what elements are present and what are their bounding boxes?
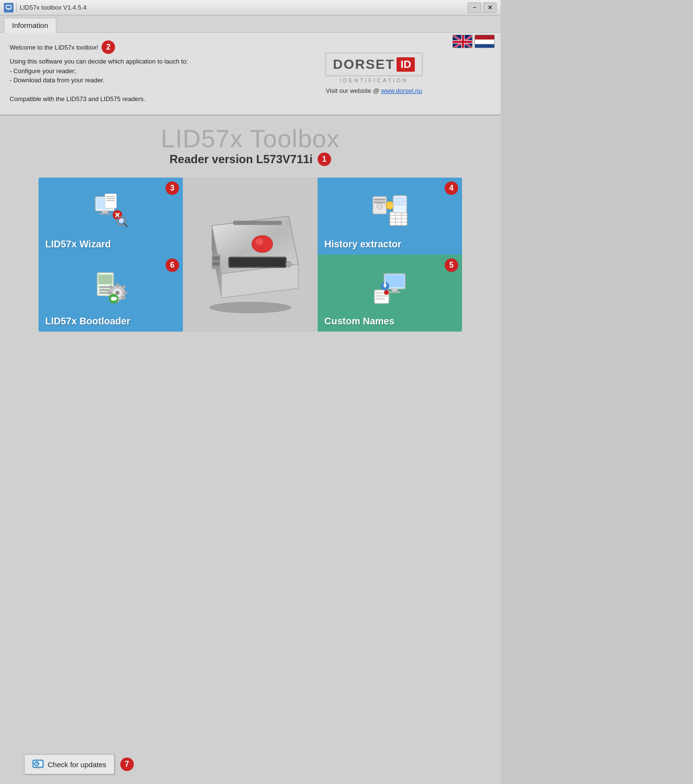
svg-rect-41 [213, 257, 219, 260]
svg-rect-12 [475, 35, 495, 39]
history-icon [371, 192, 409, 230]
nl-flag[interactable] [475, 35, 495, 48]
svg-rect-18 [99, 213, 111, 214]
check-updates-label: Check for updates [48, 760, 106, 769]
svg-rect-85 [375, 297, 385, 299]
tile-bootloader[interactable]: 6 [38, 255, 183, 332]
website-link[interactable]: www.dorset.nu [381, 87, 422, 94]
svg-point-47 [386, 201, 394, 209]
svg-point-68 [116, 291, 119, 295]
nl-flag-svg [475, 35, 495, 48]
svg-rect-19 [105, 193, 116, 208]
main-area: LID57x Toolbox Reader version L573V711i … [0, 116, 500, 784]
info-panel: Information Welcome to the LID57x toolbo… [0, 15, 500, 116]
svg-point-29 [209, 302, 291, 313]
wizard-icon-area [91, 192, 130, 232]
svg-rect-37 [230, 258, 285, 267]
welcome-text-span: Welcome to the LID57x toolbox! [10, 44, 98, 51]
svg-rect-59 [394, 200, 406, 202]
check-updates-button[interactable]: Check for updates [24, 754, 115, 774]
svg-rect-81 [389, 291, 400, 293]
bootloader-icon-area [91, 269, 130, 309]
svg-rect-84 [375, 295, 388, 296]
svg-point-92 [37, 767, 39, 769]
custom-badge: 5 [445, 258, 458, 272]
svg-point-35 [256, 238, 263, 245]
svg-rect-2 [7, 9, 10, 10]
svg-rect-62 [98, 274, 113, 284]
svg-rect-58 [394, 197, 406, 199]
svg-rect-45 [374, 201, 385, 203]
window-title: LID57x toolbox V1.4.5.4 [20, 4, 87, 11]
history-icon-area [371, 192, 409, 232]
dorset-subtitle: IDENTIFICATION [340, 77, 409, 83]
svg-rect-42 [213, 262, 219, 266]
svg-rect-89 [385, 282, 386, 285]
svg-rect-69 [116, 283, 119, 287]
bottom-area: Check for updates 7 [10, 332, 491, 784]
svg-rect-13 [475, 39, 495, 44]
svg-point-39 [286, 261, 292, 267]
uk-flag[interactable] [452, 35, 473, 48]
svg-rect-60 [394, 203, 406, 205]
svg-point-27 [119, 218, 124, 223]
minimize-button[interactable]: − [468, 2, 481, 13]
dorset-brand: DORSET [333, 57, 395, 72]
svg-line-28 [124, 223, 127, 226]
info-right: DORSET ID IDENTIFICATION Visit our websi… [253, 39, 495, 109]
dorset-logo: DORSET ID IDENTIFICATION [325, 52, 424, 83]
svg-point-46 [377, 203, 383, 209]
svg-rect-17 [102, 211, 108, 213]
tile-wizard[interactable]: 3 [38, 178, 183, 255]
svg-rect-71 [108, 291, 112, 294]
uk-flag-svg [453, 35, 473, 48]
reader-badge: 1 [318, 153, 331, 166]
wizard-icon [91, 192, 130, 230]
svg-rect-14 [475, 44, 495, 48]
custom-icon [371, 269, 409, 307]
svg-rect-80 [392, 289, 398, 291]
history-badge: 4 [445, 181, 458, 195]
custom-label: Custom Names [324, 315, 395, 327]
svg-point-34 [252, 235, 273, 253]
svg-rect-38 [233, 221, 282, 225]
reader-device-svg [192, 187, 308, 322]
website-prefix: Visit our website @ [326, 87, 379, 94]
dorset-logo-box: DORSET ID [325, 52, 424, 77]
svg-rect-64 [99, 289, 112, 291]
svg-rect-65 [99, 292, 109, 294]
info-badge: 2 [102, 40, 115, 54]
dorset-id: ID [397, 57, 415, 72]
wizard-badge: 3 [166, 181, 179, 195]
tiles-container: 3 [38, 178, 462, 332]
info-panel-wrapper: Information Welcome to the LID57x toolbo… [0, 15, 500, 116]
custom-icon-area [371, 269, 409, 309]
title-separator [16, 3, 17, 12]
dorset-website: Visit our website @ www.dorset.nu [326, 87, 422, 94]
app-icon [4, 3, 13, 13]
title-bar-left: LID57x toolbox V1.4.5.4 [4, 3, 87, 13]
info-content: Welcome to the LID57x toolbox! 2 Using t… [0, 32, 500, 115]
app-title: LID57x Toolbox [161, 125, 340, 153]
bootloader-badge: 6 [166, 258, 179, 272]
title-bar: LID57x toolbox V1.4.5.4 − ✕ [0, 0, 500, 15]
check-updates-row: Check for updates 7 [24, 754, 134, 774]
wizard-label: LID57x Wizard [45, 238, 111, 250]
check-updates-icon [32, 758, 44, 770]
app-subtitle: Reader version L573V711i 1 [169, 153, 331, 166]
svg-point-86 [384, 290, 389, 295]
tile-custom[interactable]: 5 [318, 255, 462, 332]
bootloader-label: LID57x Bootloader [45, 315, 130, 327]
svg-rect-1 [7, 6, 11, 8]
history-label: History extractor [324, 238, 401, 250]
tile-history[interactable]: 4 [318, 178, 462, 255]
bootloader-icon [91, 269, 130, 307]
info-left: Welcome to the LID57x toolbox! 2 Using t… [6, 39, 247, 109]
updates-badge: 7 [120, 758, 134, 771]
description-text: Using this software you can decide which… [10, 57, 244, 104]
close-button[interactable]: ✕ [483, 2, 497, 13]
welcome-text: Welcome to the LID57x toolbox! 2 [10, 40, 244, 54]
window-controls: − ✕ [468, 2, 497, 13]
reader-version: Reader version L573V711i [169, 153, 313, 166]
info-tab[interactable]: Information [4, 18, 56, 33]
